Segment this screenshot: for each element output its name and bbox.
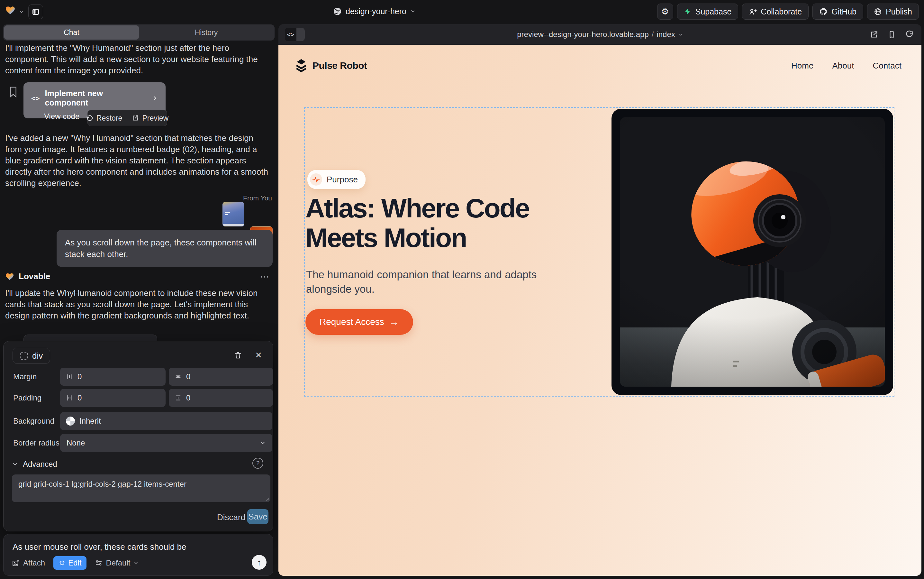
advanced-toggle[interactable]: Advanced [12, 460, 57, 469]
sliders-icon [95, 559, 103, 567]
chat-composer[interactable]: As user mouse roll over, these cards sho… [3, 534, 273, 576]
pulse-icon [310, 173, 322, 186]
padding-y-input[interactable]: 0 [169, 389, 273, 407]
github-icon [819, 7, 828, 16]
tab-chat[interactable]: Chat [4, 25, 139, 39]
smartphone-icon [887, 30, 896, 39]
code-toggle-icon: <> [285, 28, 296, 41]
open-external-button[interactable] [870, 30, 878, 39]
lovable-editor-window: design-your-hero ⚙ Supabase Collaborate … [0, 0, 924, 579]
target-icon [59, 559, 65, 566]
settings-gear-button[interactable]: ⚙ [657, 3, 673, 20]
delete-element-button[interactable] [234, 351, 242, 359]
edit-mode-button[interactable]: Edit [53, 556, 87, 570]
hero-subtitle: The humanoid companion that learns and a… [306, 267, 541, 296]
tab-history[interactable]: History [139, 25, 274, 39]
discard-button[interactable]: Discard [217, 512, 245, 522]
supabase-icon [684, 8, 692, 15]
topbar: design-your-hero ⚙ Supabase Collaborate … [0, 0, 924, 23]
arrow-right-icon: → [389, 317, 399, 327]
margin-y-input[interactable]: 0 [169, 368, 273, 386]
preview-toolbar: <> preview--design-your-hero.lovable.app… [278, 24, 921, 45]
site-brand[interactable]: Pulse Robot [294, 59, 367, 73]
user-message-bubble: As you scroll down the page, these compo… [57, 230, 273, 267]
preview-url[interactable]: preview--design-your-hero.lovable.app / … [517, 24, 683, 45]
gear-icon: ⚙ [661, 7, 669, 17]
project-switcher[interactable]: design-your-hero [333, 4, 415, 18]
mobile-view-button[interactable] [887, 30, 896, 39]
more-menu-icon[interactable]: ⋯ [260, 271, 270, 282]
bookmark-icon[interactable] [8, 86, 18, 98]
purpose-badge-label: Purpose [327, 175, 358, 185]
select-chevron-icon [260, 440, 266, 446]
chevron-right-icon [152, 95, 158, 101]
site-nav: Home About Contact [791, 61, 901, 71]
code-view-toggle[interactable]: <> [285, 28, 305, 41]
nav-about[interactable]: About [832, 61, 854, 71]
restore-button[interactable]: Restore [86, 114, 122, 123]
element-inspector: div ✕ Margin 0 0 Padding 0 0 Background … [3, 341, 273, 532]
save-button[interactable]: Save [247, 509, 268, 524]
assistant-message-2: I've added a new "Why Humanoid" section … [5, 132, 271, 189]
margin-x-input[interactable]: 0 [60, 368, 166, 386]
trash-icon [234, 351, 242, 359]
nav-home[interactable]: Home [791, 61, 813, 71]
publish-button[interactable]: Publish [867, 3, 919, 20]
padding-x-input[interactable]: 0 [60, 389, 166, 407]
refresh-button[interactable] [905, 30, 914, 39]
resize-handle-icon [264, 496, 269, 501]
assistant-message-3: I'll update the WhyHumanoid component to… [5, 288, 271, 321]
attachment-thumbnail-blue[interactable] [222, 202, 244, 226]
assistant-message-1: I'll implement the "Why Humanoid" sectio… [5, 38, 270, 76]
selected-element-chip[interactable]: div [13, 348, 50, 364]
workspace-chevron-icon[interactable] [19, 9, 24, 15]
background-label: Background [13, 417, 54, 425]
github-button[interactable]: GitHub [813, 3, 863, 20]
collaborate-button[interactable]: Collaborate [742, 3, 808, 20]
padding-label: Padding [13, 393, 41, 402]
padding-x-icon [66, 394, 73, 401]
send-button[interactable]: ↑ [252, 555, 266, 570]
site-brand-name: Pulse Robot [312, 60, 367, 71]
project-chevron-icon [410, 9, 415, 14]
collaborate-icon [749, 8, 757, 16]
background-swatch-icon [66, 417, 75, 425]
preview-panel: <> preview--design-your-hero.lovable.app… [278, 24, 921, 576]
publish-globe-icon [874, 8, 882, 16]
preview-toolbar-icons [870, 24, 914, 45]
site-preview: Pulse Robot Home About Contact Purpose A… [278, 45, 921, 576]
site-header: Pulse Robot Home About Contact [294, 57, 901, 74]
close-inspector-button[interactable]: ✕ [255, 350, 262, 360]
dashed-box-icon [20, 352, 28, 360]
nav-contact[interactable]: Contact [873, 61, 901, 71]
lovable-logo-icon[interactable] [5, 5, 15, 15]
assistant-header: Lovable ⋯ [5, 271, 270, 282]
border-radius-select[interactable]: None [60, 434, 272, 452]
open-external-icon [870, 30, 878, 39]
robot-image [620, 117, 885, 387]
help-icon[interactable]: ? [252, 458, 263, 469]
mode-select[interactable]: Default [95, 558, 139, 568]
refresh-icon [905, 30, 914, 39]
attach-button[interactable]: Attach [12, 558, 45, 568]
margin-x-icon [66, 373, 73, 380]
request-access-button[interactable]: Request Access → [305, 309, 413, 335]
advanced-chevron-icon [12, 461, 18, 468]
lovable-heart-icon [5, 272, 14, 280]
margin-y-icon [175, 373, 182, 380]
topbar-actions: ⚙ Supabase Collaborate GitHub Publish [657, 3, 919, 20]
supabase-button[interactable]: Supabase [677, 3, 738, 20]
sidebar-toggle-button[interactable] [28, 5, 43, 19]
mode-chevron-icon [134, 560, 139, 566]
project-name: design-your-hero [346, 7, 406, 16]
chat-input[interactable]: As user mouse roll over, these cards sho… [13, 542, 263, 552]
border-radius-label: Border radius [13, 438, 59, 447]
layers-logo-icon [294, 59, 308, 73]
from-you-label: From You [193, 194, 272, 202]
preview-button[interactable]: Preview [132, 114, 168, 123]
classes-textarea[interactable]: grid grid-cols-1 lg:grid-cols-2 gap-12 i… [12, 474, 270, 502]
background-input[interactable]: Inherit [60, 412, 272, 430]
url-chevron-icon [678, 32, 683, 37]
project-globe-icon [333, 7, 342, 16]
component-card-title: Implement new component [45, 89, 147, 108]
